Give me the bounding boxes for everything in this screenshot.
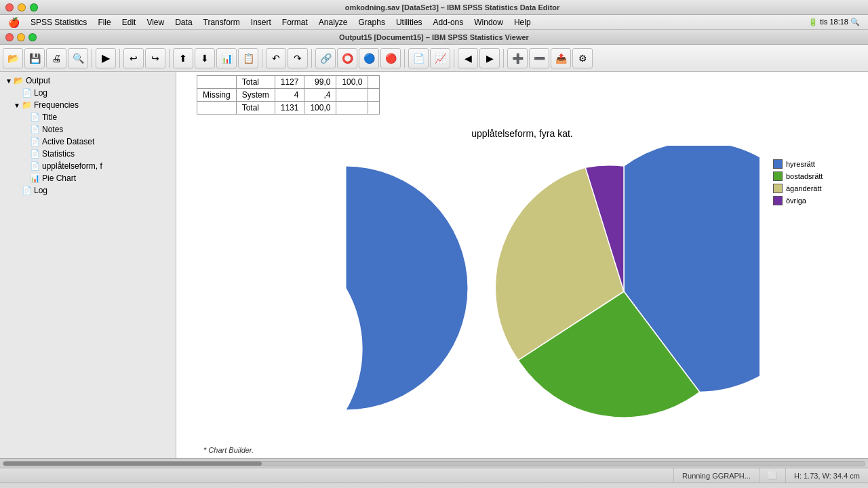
sidebar-item-dataset[interactable]: 📄 Active Dataset bbox=[0, 136, 176, 148]
toolbar-insert[interactable]: 📄 bbox=[408, 48, 429, 68]
menu-file[interactable]: File bbox=[92, 16, 116, 28]
toolbar-circle[interactable]: ⭕ bbox=[337, 48, 357, 68]
sidebar-item-upplat[interactable]: 📄 upplåtelseform, f bbox=[0, 160, 176, 172]
menu-window[interactable]: Window bbox=[469, 16, 509, 28]
table-cell-grand-pct: 100,0 bbox=[304, 102, 336, 115]
pie-chart bbox=[488, 146, 760, 437]
sidebar: ▼ 📂 Output 📄 Log ▼ 📁 Frequencies 📄 Title… bbox=[0, 72, 176, 458]
toolbar-settings[interactable]: ⚙ bbox=[572, 48, 593, 68]
toolbar-back[interactable]: ↩ bbox=[123, 48, 144, 68]
tree-arrow-frequencies: ▼ bbox=[14, 102, 20, 109]
apple-menu[interactable]: 🍎 bbox=[3, 16, 25, 29]
spss-viewer-title-bar: Output15 [Document15] – IBM SPSS Statist… bbox=[0, 30, 868, 45]
menu-data[interactable]: Data bbox=[170, 16, 197, 28]
sidebar-item-frequencies[interactable]: ▼ 📁 Frequencies bbox=[0, 99, 176, 111]
scrollbar-thumb[interactable] bbox=[3, 462, 262, 466]
sidebar-item-output[interactable]: ▼ 📂 Output bbox=[0, 75, 176, 87]
menu-clock: 🔋 tis 18:18 🔍 bbox=[808, 18, 865, 26]
table-cell-total-n: 1127 bbox=[275, 76, 304, 89]
toolbar-print[interactable]: 🖨 bbox=[46, 48, 66, 68]
mac-window-controls[interactable] bbox=[5, 3, 42, 12]
menu-utilities[interactable]: Utilities bbox=[391, 16, 428, 28]
menu-transform[interactable]: Transform bbox=[198, 16, 245, 28]
toolbar-sep2 bbox=[119, 49, 120, 68]
menu-insert[interactable]: Insert bbox=[245, 16, 277, 28]
toolbar-run[interactable]: ▶ bbox=[96, 48, 116, 68]
table-cell-grand-valid bbox=[336, 102, 368, 115]
scrollbar-track[interactable] bbox=[3, 461, 865, 466]
content-area: Total 1127 99,0 100,0 Missing System 4 ,… bbox=[176, 72, 868, 458]
table-cell-missing-label: Missing bbox=[197, 89, 237, 102]
mac-close-btn[interactable] bbox=[5, 3, 14, 12]
toolbar-open[interactable]: 📂 bbox=[3, 48, 23, 68]
spss-minimize-btn[interactable] bbox=[17, 33, 25, 41]
toolbar-nav-prev[interactable]: ◀ bbox=[458, 48, 478, 68]
chart-title: upplåtelseform, fyra kat. bbox=[203, 128, 841, 139]
toolbar-copy[interactable]: 📋 bbox=[238, 48, 258, 68]
sidebar-item-piechart[interactable]: 📊 Pie Chart bbox=[0, 172, 176, 184]
table-row-missing: Missing System 4 ,4 bbox=[197, 89, 380, 102]
toolbar-find[interactable]: 🔍 bbox=[68, 48, 88, 68]
legend-label-hyresratt: hyresrätt bbox=[786, 160, 815, 168]
menu-graphs[interactable]: Graphs bbox=[353, 16, 391, 28]
status-dimensions: H: 1.73, W: 34.4 cm bbox=[785, 468, 868, 483]
chart-and-legend: hyresrätt bostadsrätt äganderätt öv bbox=[203, 146, 841, 439]
legend-item-hyresratt: hyresrätt bbox=[773, 159, 823, 169]
menu-format[interactable]: Format bbox=[277, 16, 313, 28]
toolbar-blue[interactable]: 🔵 bbox=[359, 48, 379, 68]
sidebar-item-title[interactable]: 📄 Title bbox=[0, 111, 176, 123]
toolbar-red[interactable]: 🔴 bbox=[380, 48, 401, 68]
toolbar-up[interactable]: ⬆ bbox=[173, 48, 193, 68]
mac-minimize-btn[interactable] bbox=[18, 3, 26, 12]
menu-view[interactable]: View bbox=[141, 16, 170, 28]
toolbar-sep4 bbox=[262, 49, 262, 68]
sidebar-label-statistics: Statistics bbox=[42, 149, 75, 159]
legend-item-bostadsratt: bostadsrätt bbox=[773, 171, 823, 181]
toolbar-table[interactable]: 📊 bbox=[216, 48, 237, 68]
horizontal-scrollbar[interactable] bbox=[0, 458, 868, 468]
toolbar-sep8 bbox=[503, 49, 504, 68]
tree-arrow-output: ▼ bbox=[5, 77, 12, 85]
toolbar-forward[interactable]: ↪ bbox=[145, 48, 165, 68]
menu-analyze[interactable]: Analyze bbox=[313, 16, 353, 28]
page-icon-statistics: 📄 bbox=[30, 149, 40, 159]
table-cell-missing-pct: ,4 bbox=[304, 89, 336, 102]
spss-window-controls[interactable] bbox=[5, 33, 40, 41]
folder-icon-output: 📂 bbox=[14, 76, 24, 85]
menu-edit[interactable]: Edit bbox=[117, 16, 142, 28]
sidebar-item-statistics[interactable]: 📄 Statistics bbox=[0, 148, 176, 160]
mac-maximize-btn[interactable] bbox=[30, 3, 38, 12]
toolbar-down[interactable]: ⬇ bbox=[195, 48, 215, 68]
status-text: Running GGRAPH... bbox=[682, 472, 751, 480]
sidebar-item-log1[interactable]: 📄 Log bbox=[0, 87, 176, 99]
table-cell-empty2 bbox=[368, 89, 380, 102]
page-icon-title: 📄 bbox=[30, 113, 40, 122]
sidebar-label-upplat: upplåtelseform, f bbox=[42, 161, 102, 171]
toolbar-export[interactable]: 📤 bbox=[551, 48, 571, 68]
spss-maximize-btn[interactable] bbox=[28, 33, 37, 41]
menu-help[interactable]: Help bbox=[509, 16, 536, 28]
menu-spss[interactable]: SPSS Statistics bbox=[25, 16, 92, 28]
legend-label-ovriga: övriga bbox=[786, 197, 806, 205]
status-bar: Running GGRAPH... ⬜ H: 1.73, W: 34.4 cm bbox=[0, 468, 868, 483]
status-running: Running GGRAPH... bbox=[673, 468, 759, 483]
toolbar-chart1[interactable]: 📈 bbox=[430, 48, 450, 68]
table-cell-grand-n: 1131 bbox=[275, 102, 304, 115]
sidebar-item-log2[interactable]: 📄 Log bbox=[0, 184, 176, 197]
toolbar-save[interactable]: 💾 bbox=[24, 48, 45, 68]
table-cell-grand-total-label: Total bbox=[236, 102, 275, 115]
toolbar-zoom-in[interactable]: ➕ bbox=[507, 48, 528, 68]
toolbar-undo[interactable]: ↶ bbox=[266, 48, 286, 68]
sidebar-item-notes[interactable]: 📄 Notes bbox=[0, 123, 176, 136]
sidebar-label-piechart: Pie Chart bbox=[42, 174, 76, 183]
toolbar-redo[interactable]: ↷ bbox=[288, 48, 308, 68]
page-icon-log1: 📄 bbox=[22, 88, 32, 98]
menu-addons[interactable]: Add-ons bbox=[428, 16, 469, 28]
table-cell-grand-label bbox=[197, 102, 237, 115]
status-indicator: ⬜ bbox=[759, 468, 785, 483]
toolbar-nav-next[interactable]: ▶ bbox=[479, 48, 500, 68]
content-padding: Total 1127 99,0 100,0 Missing System 4 ,… bbox=[176, 75, 868, 458]
toolbar-link[interactable]: 🔗 bbox=[315, 48, 336, 68]
toolbar-zoom-out[interactable]: ➖ bbox=[529, 48, 549, 68]
spss-close-btn[interactable] bbox=[5, 33, 14, 41]
